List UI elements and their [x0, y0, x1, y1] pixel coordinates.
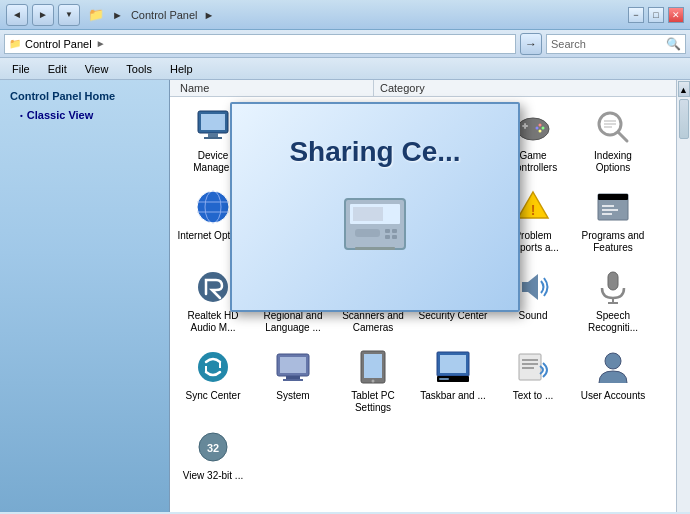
svg-rect-56 — [286, 376, 300, 379]
svg-rect-79 — [392, 235, 397, 239]
col-header-name[interactable]: Name — [174, 80, 374, 96]
svg-point-60 — [372, 380, 375, 383]
col-header-category[interactable]: Category — [374, 80, 686, 96]
recent-button[interactable]: ▼ — [58, 4, 80, 26]
menu-help[interactable]: Help — [162, 61, 201, 77]
indexing-options-icon — [592, 106, 634, 148]
svg-point-15 — [539, 124, 542, 127]
bullet-icon: • — [20, 111, 23, 120]
svg-text:32: 32 — [207, 442, 219, 454]
address-field[interactable]: 📁 Control Panel ► — [4, 34, 516, 54]
speech-recognition-label: Speech Recogniti... — [577, 310, 649, 334]
title-path-arrow: ► — [204, 9, 215, 21]
address-arrow: ► — [96, 38, 106, 49]
svg-rect-64 — [439, 378, 449, 380]
svg-rect-2 — [208, 133, 218, 137]
sync-center-icon — [192, 346, 234, 388]
title-bar: ◄ ► ▼ 📁 ► Control Panel ► − □ ✕ — [0, 0, 690, 30]
icon-system[interactable]: System — [254, 341, 332, 419]
main-layout: Control Panel Home • Classic View Name C… — [0, 80, 690, 512]
view-32bit-icon: 32 — [192, 426, 234, 468]
scanners-cameras-label: Scanners and Cameras — [337, 310, 409, 334]
menu-edit[interactable]: Edit — [40, 61, 75, 77]
menu-tools[interactable]: Tools — [118, 61, 160, 77]
indexing-options-label: Indexing Options — [577, 150, 649, 174]
svg-rect-78 — [385, 235, 390, 239]
user-accounts-label: User Accounts — [581, 390, 645, 402]
minimize-button[interactable]: − — [628, 7, 644, 23]
sidebar-classic-label: Classic View — [27, 109, 93, 121]
taskbar-icon — [432, 346, 474, 388]
sidebar-item-classic-view[interactable]: • Classic View — [0, 106, 169, 124]
view-32bit-label: View 32-bit ... — [183, 470, 243, 482]
icon-text-to-speech[interactable]: Text to ... — [494, 341, 572, 419]
svg-rect-74 — [353, 207, 383, 221]
menu-file[interactable]: File — [4, 61, 38, 77]
svg-point-12 — [517, 118, 549, 140]
icon-speech-recognition[interactable]: Speech Recogniti... — [574, 261, 652, 339]
icon-view-32bit[interactable]: 32 View 32-bit ... — [174, 421, 252, 487]
svg-rect-1 — [201, 114, 225, 130]
address-icon: 📁 — [9, 38, 21, 49]
maximize-button[interactable]: □ — [648, 7, 664, 23]
menu-view[interactable]: View — [77, 61, 117, 77]
sidebar-home[interactable]: Control Panel Home — [0, 86, 169, 106]
scroll-thumb[interactable] — [679, 99, 689, 139]
svg-point-17 — [536, 127, 539, 130]
sound-label: Sound — [519, 310, 548, 322]
svg-rect-3 — [204, 137, 222, 139]
sidebar: Control Panel Home • Classic View — [0, 80, 170, 512]
overlay-phone-icon — [325, 184, 425, 278]
svg-point-69 — [605, 353, 621, 369]
text-to-speech-icon — [512, 346, 554, 388]
svg-rect-76 — [385, 229, 390, 233]
content-area: Name Category Device Manager — [170, 80, 690, 512]
icon-user-accounts[interactable]: User Accounts — [574, 341, 652, 419]
forward-button[interactable]: ► — [32, 4, 54, 26]
scroll-up-button[interactable]: ▲ — [678, 81, 690, 97]
search-field[interactable]: Search 🔍 — [546, 34, 686, 54]
svg-rect-77 — [392, 229, 397, 233]
svg-rect-65 — [519, 354, 541, 380]
icon-sync-center[interactable]: Sync Center — [174, 341, 252, 419]
user-accounts-icon — [592, 346, 634, 388]
svg-rect-50 — [608, 272, 618, 290]
svg-rect-80 — [355, 247, 395, 250]
system-icon — [272, 346, 314, 388]
svg-rect-62 — [440, 355, 466, 373]
svg-point-18 — [539, 130, 542, 133]
text-to-speech-label: Text to ... — [513, 390, 554, 402]
svg-point-16 — [542, 127, 545, 130]
realtek-icon — [192, 266, 234, 308]
search-icon: 🔍 — [666, 37, 681, 51]
svg-point-41 — [198, 272, 228, 302]
go-button[interactable]: → — [520, 33, 542, 55]
icon-taskbar[interactable]: Taskbar and ... — [414, 341, 492, 419]
scrollbar[interactable]: ▲ — [676, 80, 690, 512]
back-button[interactable]: ◄ — [6, 4, 28, 26]
svg-rect-75 — [355, 229, 380, 237]
svg-rect-37 — [598, 194, 628, 200]
title-bar-left: ◄ ► ▼ 📁 ► Control Panel ► — [6, 4, 216, 26]
svg-line-20 — [618, 132, 627, 141]
icon-indexing-options[interactable]: Indexing Options — [574, 101, 652, 179]
device-manager-icon — [192, 106, 234, 148]
title-path-separator: ► — [112, 9, 123, 21]
sharing-center-overlay: Sharing Ce... — [230, 102, 520, 312]
close-button[interactable]: ✕ — [668, 7, 684, 23]
overlay-title: Sharing Ce... — [289, 136, 460, 168]
svg-rect-57 — [283, 379, 303, 381]
programs-features-icon — [592, 186, 634, 228]
regional-language-label: Regional and Language ... — [257, 310, 329, 334]
svg-rect-55 — [280, 357, 306, 373]
svg-point-53 — [198, 352, 228, 382]
svg-rect-59 — [364, 354, 382, 378]
window-title: Control Panel — [131, 9, 198, 21]
system-label: System — [276, 390, 309, 402]
icon-tablet-pc[interactable]: Tablet PC Settings — [334, 341, 412, 419]
sync-center-label: Sync Center — [185, 390, 240, 402]
icon-programs-features[interactable]: Programs and Features — [574, 181, 652, 259]
menu-bar: File Edit View Tools Help — [0, 58, 690, 80]
address-path: Control Panel — [25, 38, 92, 50]
content-header: Name Category — [170, 80, 690, 97]
